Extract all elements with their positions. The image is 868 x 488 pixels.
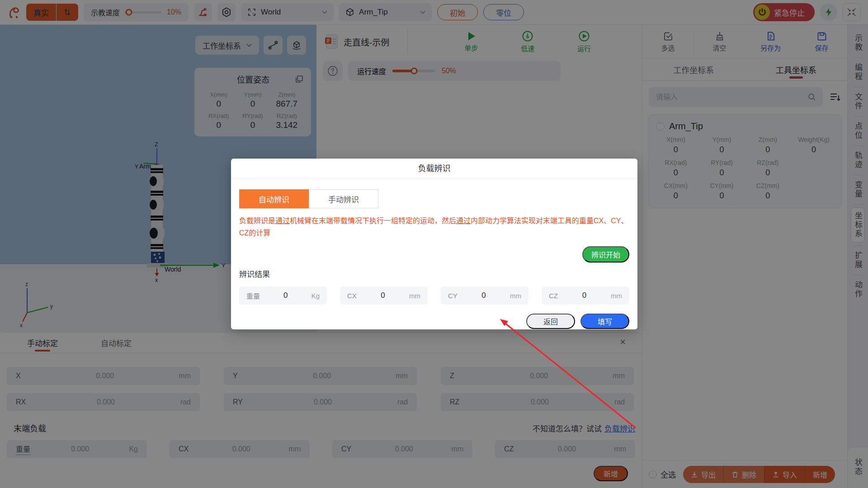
back-button[interactable]: 返回	[526, 314, 575, 329]
field-unit: Kg	[311, 292, 320, 300]
field-unit: mm	[510, 292, 521, 300]
result-fields: 重量 0 Kg CX 0 mm CY 0 mm CZ 0 mm	[239, 286, 629, 305]
tab-manual-identify[interactable]: 手动辨识	[309, 189, 378, 208]
desc-text: 负载辨识是	[239, 217, 275, 225]
result-cx-field[interactable]: CX 0 mm	[340, 286, 428, 305]
field-label: CZ	[549, 292, 558, 300]
result-section-label: 辨识结果	[239, 268, 629, 279]
field-value: 0	[458, 291, 510, 300]
tab-auto-identify[interactable]: 自动辨识	[239, 189, 309, 208]
modal-title: 负载辨识	[231, 159, 637, 178]
field-label: CX	[347, 292, 357, 300]
desc-underlined: 通过	[456, 217, 471, 225]
robot-teach-app: 真实 示教速度 10%	[0, 0, 868, 488]
field-value: 0	[357, 291, 409, 300]
modal-footer: 返回 填写	[239, 314, 629, 329]
result-cz-field[interactable]: CZ 0 mm	[542, 286, 629, 305]
modal-tabs: 自动辨识 手动辨识	[239, 189, 629, 208]
fill-button[interactable]: 填写	[580, 314, 629, 329]
field-value: 0	[260, 291, 311, 300]
result-cy-field[interactable]: CY 0 mm	[441, 286, 528, 305]
desc-text: 机械臂在末端带载情况下执行一组特定的运动，然后	[290, 217, 456, 225]
result-weight-field[interactable]: 重量 0 Kg	[239, 286, 327, 305]
field-unit: mm	[611, 292, 622, 300]
desc-underlined: 通过	[275, 217, 290, 225]
field-label: 重量	[246, 291, 260, 300]
field-value: 0	[558, 291, 611, 300]
modal-body: 自动辨识 手动辨识 负载辨识是通过机械臂在末端带载情况下执行一组特定的运动，然后…	[231, 178, 637, 329]
load-identification-modal: 负载辨识 自动辨识 手动辨识 负载辨识是通过机械臂在末端带载情况下执行一组特定的…	[231, 159, 637, 329]
field-label: CY	[448, 292, 458, 300]
start-identification-button[interactable]: 辨识开始	[582, 246, 629, 263]
modal-description: 负载辨识是通过机械臂在末端带载情况下执行一组特定的运动，然后通过内部动力学算法实…	[239, 215, 629, 239]
modal-start-row: 辨识开始	[239, 246, 629, 263]
field-unit: mm	[409, 292, 420, 300]
